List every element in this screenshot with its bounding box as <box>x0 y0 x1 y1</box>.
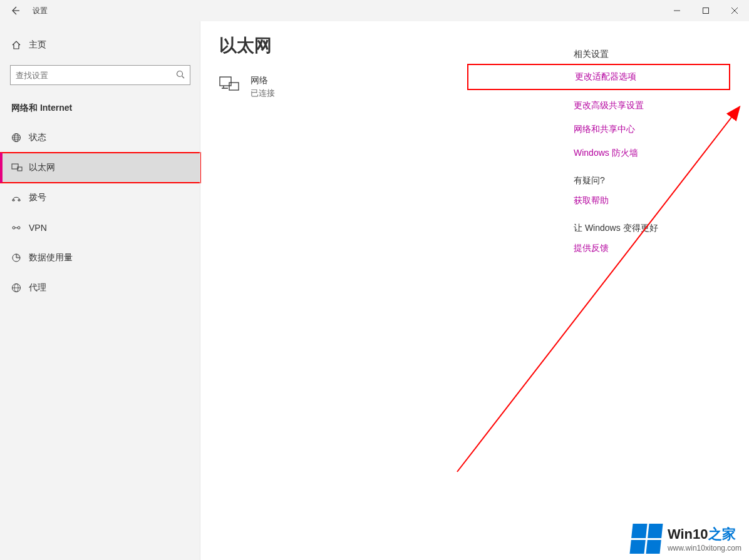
related-panel: 相关设置 更改适配器选项 更改高级共享设置 网络和共享中心 Windows 防火… <box>574 34 730 541</box>
sidebar-item-status[interactable]: 状态 <box>0 123 200 153</box>
dialup-icon <box>11 193 29 203</box>
titlebar: 设置 <box>0 0 749 21</box>
nav-label: VPN <box>29 223 47 233</box>
sidebar-category: 网络和 Internet <box>0 96 200 123</box>
sidebar-home[interactable]: 主页 <box>0 31 200 59</box>
watermark: Win10之家 www.win10xitong.com <box>631 524 741 554</box>
vpn-icon <box>11 223 29 233</box>
sidebar-item-data-usage[interactable]: 数据使用量 <box>0 243 200 273</box>
close-icon <box>731 8 738 14</box>
ethernet-icon <box>11 163 29 173</box>
link-adapter-options[interactable]: 更改适配器选项 <box>467 64 730 90</box>
maximize-button[interactable] <box>691 0 720 21</box>
search-icon <box>176 70 185 81</box>
back-button[interactable] <box>0 0 30 21</box>
nav-label: 数据使用量 <box>29 252 73 263</box>
svg-point-6 <box>13 227 15 229</box>
globe-icon <box>11 133 29 143</box>
watermark-title: Win10之家 <box>668 525 741 544</box>
sidebar-item-proxy[interactable]: 代理 <box>0 273 200 303</box>
svg-rect-12 <box>229 83 239 90</box>
nav-label: 拨号 <box>29 192 46 203</box>
sidebar-item-ethernet[interactable]: 以太网 <box>0 153 200 183</box>
feedback-heading: 让 Windows 变得更好 <box>574 223 730 234</box>
nav-label: 以太网 <box>29 162 55 173</box>
main-content: 以太网 网络 已连接 相关设置 更改适配器选项 更改高级共享设置 网 <box>200 21 749 560</box>
home-icon <box>11 40 29 50</box>
sidebar: 主页 网络和 Internet 状态 以太网 拨号 <box>0 21 200 560</box>
arrow-left-icon <box>10 6 20 16</box>
link-advanced-sharing[interactable]: 更改高级共享设置 <box>574 100 730 111</box>
sidebar-home-label: 主页 <box>29 39 46 51</box>
minimize-icon <box>674 8 680 14</box>
page-title: 以太网 <box>219 34 574 58</box>
link-network-center[interactable]: 网络和共享中心 <box>574 124 730 135</box>
question-heading: 有疑问? <box>574 175 730 186</box>
network-icon <box>219 75 240 95</box>
maximize-icon <box>703 8 709 14</box>
related-heading: 相关设置 <box>574 49 730 60</box>
nav-label: 状态 <box>29 132 46 143</box>
data-usage-icon <box>11 253 29 263</box>
network-name: 网络 <box>251 75 275 86</box>
close-button[interactable] <box>720 0 749 21</box>
nav-label: 代理 <box>29 282 46 293</box>
svg-rect-0 <box>703 8 709 14</box>
link-windows-firewall[interactable]: Windows 防火墙 <box>574 148 730 159</box>
watermark-url: www.win10xitong.com <box>668 544 741 552</box>
window-controls <box>663 0 749 21</box>
link-get-help[interactable]: 获取帮助 <box>574 195 730 206</box>
sidebar-item-vpn[interactable]: VPN <box>0 213 200 243</box>
proxy-icon <box>11 283 29 293</box>
windows-logo-icon <box>629 524 663 554</box>
link-give-feedback[interactable]: 提供反馈 <box>574 243 730 254</box>
search-box[interactable] <box>10 65 190 85</box>
svg-point-1 <box>177 71 183 76</box>
search-input[interactable] <box>16 71 176 80</box>
sidebar-item-dialup[interactable]: 拨号 <box>0 183 200 213</box>
svg-point-7 <box>18 227 20 229</box>
minimize-button[interactable] <box>663 0 691 21</box>
network-status: 已连接 <box>251 88 275 99</box>
window-title: 设置 <box>30 6 48 16</box>
